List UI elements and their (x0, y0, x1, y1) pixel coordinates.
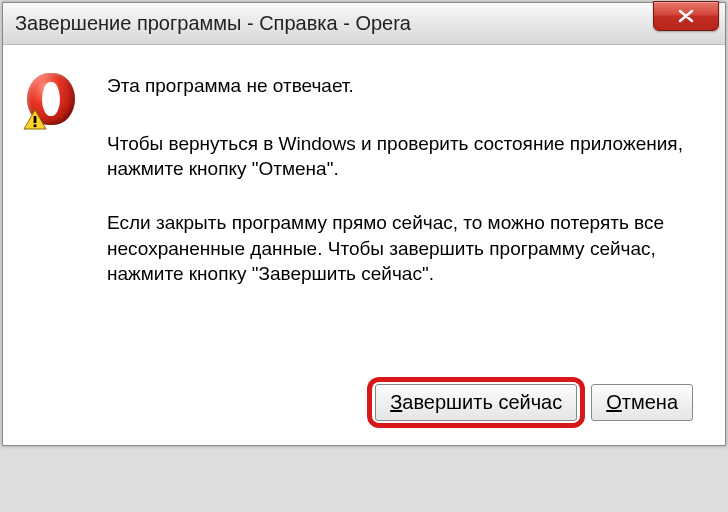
cancel-label: тмена (622, 391, 678, 413)
svg-rect-0 (34, 116, 37, 123)
message-text: Эта программа не отвечает. Чтобы вернуть… (107, 73, 701, 315)
dialog-content: Эта программа не отвечает. Чтобы вернуть… (3, 45, 725, 445)
titlebar: Завершение программы - Справка - Opera (3, 3, 725, 45)
end-now-label: авершить сейчас (402, 391, 562, 413)
button-row: Завершить сейчас Отмена (27, 364, 701, 421)
cancel-accel: О (606, 391, 622, 413)
window-title: Завершение программы - Справка - Opera (15, 12, 411, 35)
end-now-accel: З (390, 391, 402, 413)
message-paragraph-2: Если закрыть программу прямо сейчас, то … (107, 210, 701, 287)
message-heading: Эта программа не отвечает. (107, 73, 701, 99)
warning-overlay-icon (23, 109, 47, 131)
dialog-window: Завершение программы - Справка - Opera (2, 2, 726, 446)
message-row: Эта программа не отвечает. Чтобы вернуть… (27, 73, 701, 315)
message-paragraph-1: Чтобы вернуться в Windows и проверить со… (107, 131, 701, 182)
close-icon (677, 9, 695, 23)
end-now-button[interactable]: Завершить сейчас (375, 384, 577, 421)
cancel-button[interactable]: Отмена (591, 384, 693, 421)
highlight-annotation: Завершить сейчас (375, 384, 577, 421)
close-button[interactable] (653, 1, 719, 31)
svg-rect-1 (34, 125, 37, 128)
opera-icon (27, 73, 79, 125)
icon-column (27, 73, 83, 315)
